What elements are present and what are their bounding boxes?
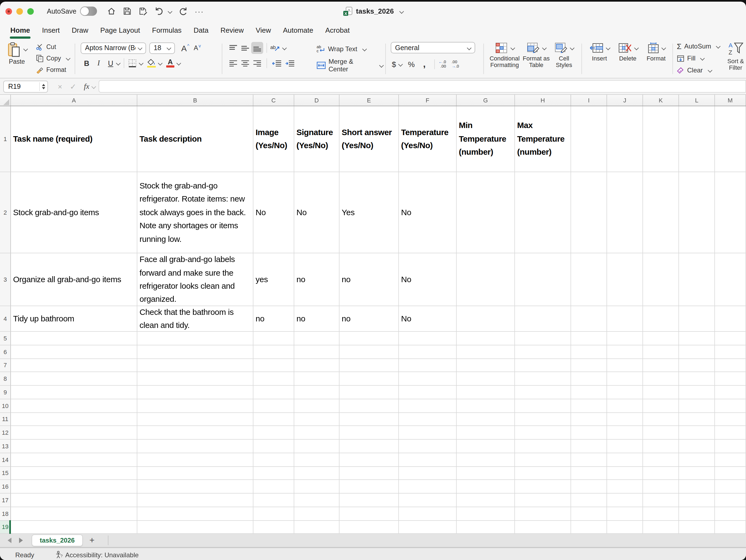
cell-B14[interactable] — [137, 453, 253, 467]
row-header-14[interactable]: 14 — [0, 453, 11, 467]
tab-page-layout[interactable]: Page Layout — [95, 23, 145, 38]
cell-M2[interactable] — [715, 172, 746, 253]
cell-E19[interactable] — [340, 521, 399, 534]
cell-E9[interactable] — [340, 386, 399, 399]
cell-G11[interactable] — [457, 413, 515, 426]
cell-A13[interactable] — [11, 440, 137, 453]
cell-M10[interactable] — [715, 399, 746, 413]
cell-L6[interactable] — [679, 345, 715, 359]
cell-J15[interactable] — [607, 467, 643, 480]
cell-A8[interactable] — [11, 372, 137, 386]
cell-I16[interactable] — [571, 480, 607, 494]
cell-D5[interactable] — [294, 332, 340, 345]
row-header-9[interactable]: 9 — [0, 386, 11, 399]
select-all-corner[interactable] — [0, 95, 11, 106]
cell-B9[interactable] — [137, 386, 253, 399]
cell-L13[interactable] — [679, 440, 715, 453]
row-header-1[interactable]: 1 — [0, 106, 11, 172]
increase-indent-icon[interactable] — [283, 57, 296, 69]
cell-K4[interactable] — [643, 306, 679, 332]
cell-G10[interactable] — [457, 399, 515, 413]
paste-button[interactable]: Paste — [4, 42, 29, 65]
cell-L11[interactable] — [679, 413, 715, 426]
italic-button[interactable]: I — [93, 57, 105, 69]
cell-B8[interactable] — [137, 372, 253, 386]
cell-K6[interactable] — [643, 345, 679, 359]
cell-A7[interactable] — [11, 359, 137, 372]
cell-I15[interactable] — [571, 467, 607, 480]
cell-K13[interactable] — [643, 440, 679, 453]
cell-B12[interactable] — [137, 426, 253, 440]
cell-M8[interactable] — [715, 372, 746, 386]
cell-A10[interactable] — [11, 399, 137, 413]
close-button[interactable] — [5, 8, 12, 14]
cell-D10[interactable] — [294, 399, 340, 413]
cell-L17[interactable] — [679, 494, 715, 507]
decrease-decimal-icon[interactable]: ←.0.00 — [439, 60, 446, 69]
cell-G9[interactable] — [457, 386, 515, 399]
cell-A12[interactable] — [11, 426, 137, 440]
accessibility-status[interactable]: ? Accessibility: Unavailable — [55, 551, 138, 559]
cell-H16[interactable] — [515, 480, 571, 494]
cell-C6[interactable] — [253, 345, 294, 359]
fill-color-button[interactable] — [147, 59, 162, 68]
cell-B6[interactable] — [137, 345, 253, 359]
cell-E7[interactable] — [340, 359, 399, 372]
cell-K1[interactable] — [643, 106, 679, 172]
cell-E12[interactable] — [340, 426, 399, 440]
delete-cells-button[interactable]: Delete — [615, 42, 640, 62]
cell-F3[interactable]: No — [399, 253, 457, 306]
next-sheet-icon[interactable] — [19, 538, 23, 543]
cell-L4[interactable] — [679, 306, 715, 332]
cell-K16[interactable] — [643, 480, 679, 494]
column-header-B[interactable]: B — [137, 95, 253, 106]
cell-J9[interactable] — [607, 386, 643, 399]
cell-J1[interactable] — [607, 106, 643, 172]
cell-D7[interactable] — [294, 359, 340, 372]
cell-G1[interactable]: Min Temperature (number) — [457, 106, 515, 172]
cell-K3[interactable] — [643, 253, 679, 306]
cell-J14[interactable] — [607, 453, 643, 467]
column-header-I[interactable]: I — [571, 95, 607, 106]
cell-G15[interactable] — [457, 467, 515, 480]
cell-D17[interactable] — [294, 494, 340, 507]
cell-K5[interactable] — [643, 332, 679, 345]
cell-D19[interactable] — [294, 521, 340, 534]
cell-C1[interactable]: Image (Yes/No) — [253, 106, 294, 172]
cell-I19[interactable] — [571, 521, 607, 534]
format-cells-button[interactable]: Format — [643, 42, 669, 62]
font-color-button[interactable]: A — [166, 59, 180, 67]
format-painter-button[interactable]: Format — [36, 64, 70, 75]
cell-B3[interactable]: Face all grab-and-go labels forward and … — [137, 253, 253, 306]
cell-H1[interactable]: Max Temperature (number) — [515, 106, 571, 172]
cell-I13[interactable] — [571, 440, 607, 453]
cell-J4[interactable] — [607, 306, 643, 332]
increase-font-icon[interactable]: A^ — [179, 42, 191, 54]
cell-K19[interactable] — [643, 521, 679, 534]
cell-E1[interactable]: Short answer (Yes/No) — [340, 106, 399, 172]
cell-C13[interactable] — [253, 440, 294, 453]
cell-A9[interactable] — [11, 386, 137, 399]
cell-J17[interactable] — [607, 494, 643, 507]
cell-I5[interactable] — [571, 332, 607, 345]
cell-I17[interactable] — [571, 494, 607, 507]
cell-B5[interactable] — [137, 332, 253, 345]
cell-E14[interactable] — [340, 453, 399, 467]
cell-G12[interactable] — [457, 426, 515, 440]
clear-button[interactable]: Clear — [677, 65, 711, 75]
cell-H4[interactable] — [515, 306, 571, 332]
cell-F15[interactable] — [399, 467, 457, 480]
cell-A5[interactable] — [11, 332, 137, 345]
row-header-6[interactable]: 6 — [0, 345, 11, 359]
cell-G5[interactable] — [457, 332, 515, 345]
cell-H15[interactable] — [515, 467, 571, 480]
row-header-11[interactable]: 11 — [0, 413, 11, 426]
insert-function-icon[interactable]: fx — [84, 82, 89, 91]
cell-C16[interactable] — [253, 480, 294, 494]
cell-L14[interactable] — [679, 453, 715, 467]
cell-K2[interactable] — [643, 172, 679, 253]
cell-K17[interactable] — [643, 494, 679, 507]
cell-H13[interactable] — [515, 440, 571, 453]
add-sheet-button[interactable]: + — [89, 536, 94, 545]
cell-F14[interactable] — [399, 453, 457, 467]
